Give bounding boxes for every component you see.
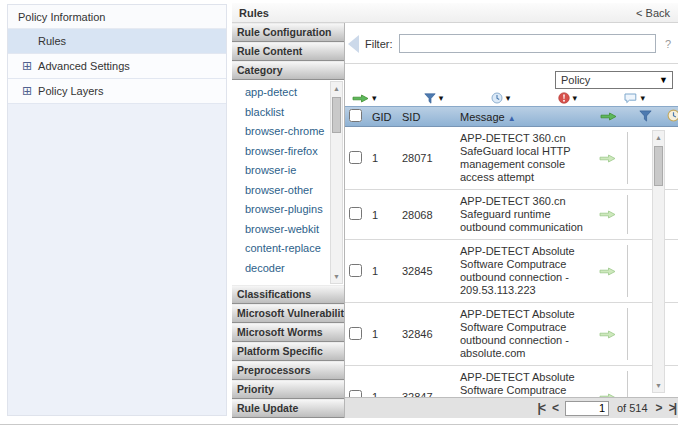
sid-cell: 28068: [397, 209, 453, 221]
row-checkbox-cell: [345, 327, 369, 342]
comments-menu[interactable]: ▾: [624, 93, 645, 104]
chevron-down-icon: ▾: [372, 93, 377, 103]
intrusion-policy-window: Policy Information Rules ⊞ Advanced Sett…: [0, 0, 678, 425]
accordion-section-classifications[interactable]: Classifications: [232, 285, 344, 304]
category-link-browser-other[interactable]: browser-other: [245, 181, 328, 201]
sidebar-item-label: Policy Layers: [38, 85, 103, 97]
message-cell: APP-DETECT 360.cn Safeguard runtime outb…: [453, 195, 588, 234]
page-title: Rules: [239, 7, 269, 19]
rule-state-cell: [588, 371, 628, 397]
help-icon[interactable]: ?: [662, 38, 674, 50]
category-link-decoder[interactable]: decoder: [245, 259, 328, 279]
comment-bubble-icon: [624, 93, 637, 104]
chevron-down-icon: ▾: [573, 93, 578, 103]
page-number-input[interactable]: [565, 401, 609, 416]
sidebar-item-advanced-settings[interactable]: ⊞ Advanced Settings: [8, 54, 226, 79]
first-page-button[interactable]: |<: [538, 401, 544, 415]
filter-funnel-icon: [424, 93, 436, 104]
back-link[interactable]: < Back: [636, 7, 670, 19]
accordion-section-microsoft-vulnerabilities[interactable]: Microsoft Vulnerabilities: [232, 304, 344, 323]
event-filtering-menu[interactable]: ▾: [424, 93, 444, 104]
rules-main-panel: Rules < Back Rule ConfigurationRule Cont…: [232, 3, 678, 418]
category-link-browser-chrome[interactable]: browser-chrome: [245, 122, 328, 142]
rule-state-cell: [588, 132, 628, 184]
scroll-down-icon[interactable]: ▼: [331, 270, 342, 283]
accordion-section-rule-configuration[interactable]: Rule Configuration: [232, 23, 344, 42]
sidebar-item-policy-layers[interactable]: ⊞ Policy Layers: [8, 79, 226, 104]
page-of-label: of 514: [617, 402, 648, 414]
rule-state-arrow-icon: [599, 267, 616, 276]
scroll-up-icon[interactable]: ▲: [653, 131, 664, 144]
accordion-section-category[interactable]: Category: [232, 61, 344, 80]
dynamic-state-clock-icon: [667, 109, 678, 122]
scroll-down-icon[interactable]: ▼: [653, 379, 664, 392]
column-header-gid[interactable]: GID: [369, 111, 397, 123]
category-list: app-detectblacklistbrowser-chromebrowser…: [232, 80, 344, 285]
rule-state-arrow-icon: [599, 393, 616, 398]
category-scrollbar[interactable]: ▲ ▼: [330, 81, 343, 284]
rule-state-menu[interactable]: ▾: [352, 93, 377, 103]
collapse-panel-icon[interactable]: [348, 35, 359, 53]
category-link-blacklist[interactable]: blacklist: [245, 103, 328, 123]
category-link-content-replace[interactable]: content-replace: [245, 239, 328, 259]
row-checkbox[interactable]: [349, 264, 362, 277]
chevron-down-icon: ▾: [439, 93, 444, 103]
filter-input[interactable]: [399, 34, 656, 53]
column-header-sid[interactable]: SID: [397, 111, 453, 123]
sid-cell: 32845: [397, 265, 453, 277]
rule-state-cell: [588, 308, 628, 360]
filter-bar: Filter: ?: [345, 23, 678, 63]
accordion-section-microsoft-worms[interactable]: Microsoft Worms: [232, 323, 344, 342]
accordion-section-priority[interactable]: Priority: [232, 380, 344, 399]
dynamic-state-clock-icon: [491, 92, 503, 104]
rule-state-arrow-icon: [599, 154, 616, 163]
table-row: 132846APP-DETECT Absolute Software Compu…: [345, 303, 678, 366]
column-header-rule-state[interactable]: [588, 111, 628, 123]
alert-icon: [558, 92, 570, 104]
table-row: 132847APP-DETECT Absolute Software Compu…: [345, 366, 678, 397]
gid-cell: 1: [369, 152, 397, 164]
row-checkbox[interactable]: [349, 151, 362, 164]
policy-select[interactable]: Policy ▼: [555, 71, 673, 89]
category-link-browser-firefox[interactable]: browser-firefox: [245, 142, 328, 162]
rule-state-arrow-icon: [599, 210, 616, 219]
sidebar-item-rules[interactable]: Rules: [8, 29, 226, 54]
rule-state-cell: [588, 195, 628, 234]
row-checkbox[interactable]: [349, 327, 362, 340]
message-cell: APP-DETECT Absolute Software Computrace …: [453, 371, 588, 397]
expand-plus-icon[interactable]: ⊞: [22, 86, 32, 96]
category-link-browser-plugins[interactable]: browser-plugins: [245, 200, 328, 220]
chevron-down-icon: ▼: [659, 75, 668, 85]
category-link-browser-ie[interactable]: browser-ie: [245, 161, 328, 181]
column-header-dynamic-state[interactable]: [663, 109, 678, 124]
accordion-section-platform-specific[interactable]: Platform Specific: [232, 342, 344, 361]
category-link-app-detect[interactable]: app-detect: [245, 83, 328, 103]
scrollbar-thumb[interactable]: [654, 146, 663, 186]
last-page-button[interactable]: >|: [669, 401, 675, 415]
message-cell: APP-DETECT 360.cn SafeGuard local HTTP m…: [453, 132, 588, 184]
row-checkbox[interactable]: [349, 207, 362, 220]
accordion-section-rule-content[interactable]: Rule Content: [232, 42, 344, 61]
category-link-browser-webkit[interactable]: browser-webkit: [245, 220, 328, 240]
scroll-up-icon[interactable]: ▲: [331, 82, 342, 95]
column-header-message[interactable]: Message▲: [453, 111, 588, 123]
column-header-event-filter[interactable]: [628, 110, 663, 124]
expand-plus-icon[interactable]: ⊞: [22, 61, 32, 71]
previous-page-button[interactable]: <: [552, 401, 557, 415]
sort-ascending-icon: ▲: [508, 114, 516, 123]
rules-content: Filter: ? Policy ▼ ▾: [345, 23, 678, 418]
rule-state-cell: [588, 245, 628, 297]
scrollbar-thumb[interactable]: [332, 97, 341, 133]
rule-state-arrow-icon: [600, 112, 617, 121]
accordion-section-preprocessors[interactable]: Preprocessors: [232, 361, 344, 380]
dynamic-state-menu[interactable]: ▾: [491, 92, 511, 104]
table-scrollbar[interactable]: ▲ ▼: [652, 130, 665, 393]
filter-label: Filter:: [365, 38, 393, 50]
accordion-section-rule-update[interactable]: Rule Update: [232, 399, 344, 418]
sid-cell: 28071: [397, 152, 453, 164]
chevron-down-icon: ▾: [640, 93, 645, 103]
alerting-menu[interactable]: ▾: [558, 92, 578, 104]
row-checkbox[interactable]: [349, 390, 362, 398]
select-all-checkbox[interactable]: [349, 109, 362, 122]
next-page-button[interactable]: >: [656, 401, 661, 415]
